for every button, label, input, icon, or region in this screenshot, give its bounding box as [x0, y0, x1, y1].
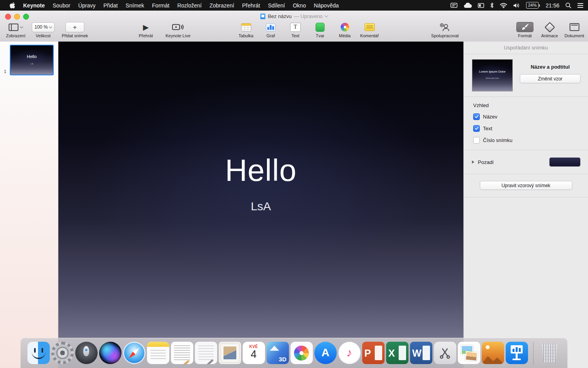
dock-app-store-icon[interactable]: A	[314, 342, 337, 364]
slide-number-checkbox[interactable]	[473, 137, 480, 144]
document-proxy-icon[interactable]	[260, 13, 265, 19]
menu-rozlozeni[interactable]: Rozložení	[173, 2, 205, 9]
dock-text-document-icon[interactable]	[195, 342, 217, 364]
apple-menu-icon[interactable]	[5, 2, 19, 9]
dock-textedit-icon[interactable]	[171, 342, 193, 364]
background-color-well[interactable]	[549, 157, 581, 167]
dock-calendar-icon[interactable]: KVĚ 4	[243, 342, 265, 364]
toolbar-group-insert: Tabulka Graf T Text Tvar Média	[234, 21, 381, 38]
document-panel-icon	[570, 23, 579, 31]
slide-navigator: 1 Hello LsA	[0, 42, 58, 368]
view-button[interactable]: Zobrazení	[3, 21, 28, 38]
calendar-day: 4	[243, 349, 265, 360]
menu-snimek[interactable]: Snímek	[122, 2, 148, 9]
layout-thumbnail[interactable]: Lorem Ipsum Dolor Donec quis nunc	[472, 59, 513, 91]
menu-sdileni[interactable]: Sdílení	[264, 2, 289, 9]
media-button[interactable]: Média	[333, 21, 356, 38]
slide-canvas[interactable]: Hello LsA	[58, 42, 463, 368]
notification-center-icon[interactable]	[577, 3, 583, 8]
dock-word-icon[interactable]: W	[410, 342, 432, 364]
add-slide-button[interactable]: + Přidat snímek	[58, 21, 92, 38]
slide-title-textbox[interactable]: Hello	[58, 153, 463, 188]
battery-indicator[interactable]: 24%	[526, 2, 540, 9]
dock-3d-app-icon[interactable]: 3D	[267, 342, 289, 364]
bluetooth-icon[interactable]	[490, 2, 494, 8]
thumb-subtitle: LsA	[11, 63, 53, 65]
dock-image-browser-icon[interactable]	[458, 342, 480, 364]
dock-mail-stamp-icon[interactable]	[219, 342, 241, 364]
collaborate-button[interactable]: Spolupracovat	[426, 21, 464, 38]
dock-trash-icon[interactable]	[539, 342, 561, 364]
dock-launchpad-icon[interactable]	[75, 342, 98, 364]
change-master-button[interactable]: Změnit vzor	[520, 74, 581, 83]
menu-format[interactable]: Formát	[148, 2, 173, 9]
menu-keynote[interactable]: Keynote	[19, 2, 49, 9]
dock-photo-viewer-icon[interactable]	[482, 342, 504, 364]
toolbar: Bez názvu — Upraveno Zobrazení 100 % Vel…	[0, 11, 588, 42]
play-icon: ▶	[143, 24, 149, 31]
volume-icon[interactable]	[513, 3, 520, 8]
slide-number: 1	[4, 69, 6, 74]
table-button[interactable]: Tabulka	[234, 21, 258, 38]
disclosure-triangle-icon[interactable]	[472, 160, 474, 164]
appearance-header: Vzhled	[473, 102, 579, 108]
dock-safari-icon[interactable]	[123, 342, 145, 364]
keynote-base	[513, 359, 521, 360]
dock-siri-icon[interactable]	[99, 342, 122, 364]
text-checkbox[interactable]	[473, 125, 480, 132]
toolbar-group-view: Zobrazení 100 % Velikost + Přidat snímek	[3, 21, 92, 38]
dock-screenshot-icon[interactable]	[434, 342, 456, 364]
input-source-icon[interactable]	[450, 3, 457, 8]
menu-napoveda[interactable]: Nápověda	[310, 2, 343, 9]
comment-button[interactable]: Komentář	[358, 21, 381, 38]
scissors-icon	[439, 347, 451, 359]
menu-zobrazeni[interactable]: Zobrazení	[205, 2, 238, 9]
3d-badge: 3D	[279, 356, 286, 363]
play-button[interactable]: ▶ Přehrát	[133, 21, 158, 38]
wifi-icon[interactable]	[500, 3, 507, 8]
chevron-down-icon	[20, 25, 23, 28]
title-chevron-down-icon[interactable]	[324, 14, 328, 18]
dock-keynote-icon[interactable]	[506, 342, 528, 364]
menu-upravy[interactable]: Úpravy	[74, 2, 99, 9]
slide-subtitle-textbox[interactable]: LsA	[58, 200, 463, 213]
powerpoint-letter: P	[365, 347, 371, 359]
dock-itunes-icon[interactable]: ♪	[338, 342, 361, 364]
chart-button[interactable]: Graf	[259, 21, 282, 38]
title-checkbox[interactable]	[473, 113, 480, 120]
dock-notes-icon[interactable]	[147, 342, 169, 364]
dock-photos-icon[interactable]	[290, 342, 313, 364]
icloud-icon[interactable]	[463, 3, 472, 8]
slide[interactable]: Hello LsA	[58, 42, 463, 368]
keynote-stand	[516, 353, 518, 359]
toolbar-group-panels: Formát Animace Dokument	[514, 21, 586, 38]
dock-finder-icon[interactable]	[27, 342, 50, 364]
window-title: Bez názvu — Upraveno	[0, 13, 588, 20]
dock-excel-icon[interactable]: X	[386, 342, 408, 364]
shape-button[interactable]: Tvar	[309, 21, 332, 38]
dock-system-preferences-icon[interactable]	[51, 342, 74, 364]
animate-panel-button[interactable]: Animace	[538, 21, 561, 38]
zoom-control[interactable]: 100 % Velikost	[31, 21, 56, 38]
document-panel-button[interactable]: Dokument	[563, 21, 586, 38]
toolbar-group-play: ▶ Přehrát Keynote Live	[133, 21, 195, 38]
window-manager-icon[interactable]	[478, 3, 484, 8]
layout-thumb-title: Lorem Ipsum Dolor	[472, 70, 512, 73]
layout-name: Název a podtitul	[531, 64, 570, 70]
format-panel-button[interactable]: Formát	[514, 21, 536, 38]
dock-powerpoint-icon[interactable]: P	[362, 342, 385, 364]
music-note-icon: ♪	[347, 346, 352, 359]
check-icon	[475, 115, 479, 118]
app-store-letter: A	[321, 346, 329, 359]
menu-pridat[interactable]: Přidat	[100, 2, 122, 9]
spotlight-icon[interactable]	[565, 2, 572, 9]
slide-thumbnail[interactable]: Hello LsA	[10, 45, 54, 75]
menu-prehrat[interactable]: Přehrát	[238, 2, 264, 9]
menu-okno[interactable]: Okno	[289, 2, 310, 9]
edit-master-button[interactable]: Upravit vzorový snímek	[480, 181, 572, 190]
chart-icon	[266, 23, 276, 31]
menu-soubor[interactable]: Soubor	[49, 2, 74, 9]
clock[interactable]: 21:56	[546, 2, 559, 9]
text-button[interactable]: T Text	[284, 21, 307, 38]
keynote-live-button[interactable]: Keynote Live	[161, 21, 195, 38]
